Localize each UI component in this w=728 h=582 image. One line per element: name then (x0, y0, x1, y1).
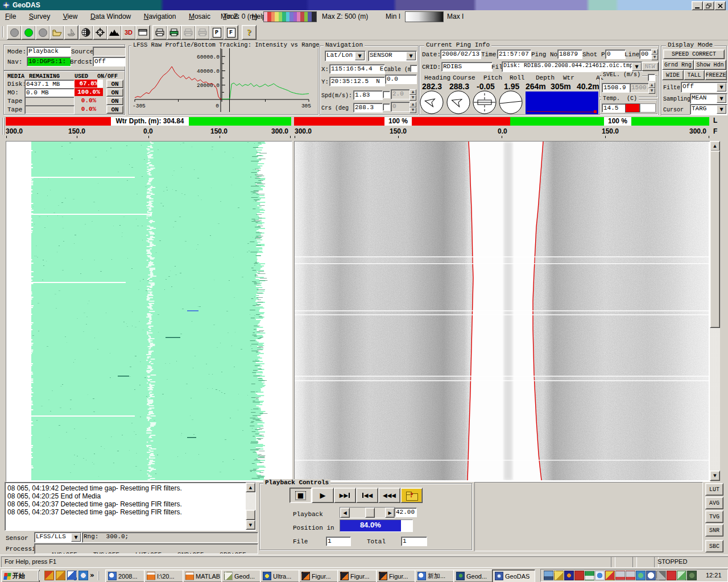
playback-speed-field[interactable]: 42.00 (394, 508, 417, 517)
file-combo[interactable]: Disk: RDIBS.00.2008.044.214612.oic.tmp▼ (502, 61, 643, 72)
chevron-down-icon[interactable]: ▼ (406, 52, 416, 60)
tray-icon[interactable] (585, 571, 594, 580)
show-hdn-button[interactable]: Show Hdn (694, 60, 726, 70)
scroll-down-button[interactable]: ▼ (710, 471, 720, 481)
tray-icon[interactable] (636, 571, 646, 580)
print-color-button[interactable] (167, 25, 181, 40)
taskbar-app-button[interactable]: Geod... (221, 569, 262, 582)
disk-on-button[interactable]: ON (106, 80, 123, 88)
sampling-combo[interactable]: MEAN▼ (690, 93, 727, 104)
spin-down-icon[interactable]: ▼ (648, 88, 655, 94)
taskbar-app-button[interactable]: Figur... (376, 569, 417, 582)
nav-source-combo[interactable]: SENSOR▼ (368, 51, 417, 61)
start-button[interactable]: 开始 (1, 569, 40, 582)
window-layout-button[interactable] (135, 25, 150, 40)
skip-back-button[interactable]: ◀◀ (356, 488, 378, 503)
svel-spinner[interactable]: ▲▼ (648, 82, 655, 94)
tray-icon[interactable] (554, 571, 564, 580)
lut-button[interactable]: LUT (705, 483, 723, 496)
three-d-view-button[interactable]: 3D (121, 25, 136, 40)
quicklaunch-icon[interactable] (44, 571, 54, 580)
y-coordinate-field[interactable]: 20:35:12.5 N (329, 77, 385, 86)
spin-up-icon[interactable]: ▲ (410, 89, 416, 95)
svel-field[interactable]: 1508.9 (602, 83, 630, 93)
brdcst-field[interactable]: Off (93, 57, 126, 66)
filter-combo[interactable]: Off▼ (681, 82, 727, 93)
nav-source-field[interactable]: 10:DGPS:1: (27, 57, 71, 66)
coord-format-combo[interactable]: Lat/Lon▼ (325, 51, 366, 61)
tvg-button[interactable]: TVG (705, 510, 723, 523)
quicklaunch-overflow-chevron[interactable]: » (90, 571, 94, 579)
playback-speed-slider[interactable]: ◀ ▶ (340, 507, 395, 518)
taskbar-app-button[interactable]: Figur... (337, 569, 378, 582)
quicklaunch-icon[interactable] (67, 571, 77, 580)
survey-vessel-button[interactable] (64, 25, 78, 40)
menu-navigation[interactable]: Navigation (139, 10, 181, 20)
toolbar-grip[interactable] (1, 26, 4, 38)
record-button[interactable] (7, 25, 22, 40)
subbottom-waterfall-display[interactable] (6, 141, 292, 482)
spin-down-icon[interactable]: ▼ (410, 95, 416, 101)
message-log[interactable]: 08 065, 04:19:42 Detected time gap- Rese… (5, 482, 256, 531)
menu-survey[interactable]: Survey (24, 10, 55, 20)
quicklaunch-icon[interactable] (78, 571, 88, 580)
course-field[interactable]: 288.3 (353, 103, 383, 113)
menu-file[interactable]: File (0, 10, 21, 20)
chevron-down-icon[interactable]: ▼ (717, 105, 726, 114)
sidescan-waterfall-display[interactable] (294, 141, 710, 482)
taskbar-app-button[interactable]: Figur... (299, 569, 340, 582)
scroll-down-button[interactable]: ▼ (246, 520, 255, 530)
tray-icon[interactable] (626, 571, 635, 580)
stop-playback-button[interactable]: ■ (289, 488, 312, 503)
x-coordinate-field[interactable]: 115:16:54.4 E (329, 64, 385, 74)
tray-icon[interactable] (615, 571, 625, 580)
tray-icon[interactable] (595, 571, 605, 580)
tray-icon[interactable] (646, 571, 656, 580)
taskbar-app-button[interactable]: Ultra... (260, 569, 301, 582)
tape0-on-button[interactable]: ON (106, 97, 123, 105)
taskbar-app-button[interactable]: Geod... (453, 569, 494, 582)
cable-checkbox[interactable] (410, 65, 417, 72)
new-file-button[interactable]: NEW (642, 62, 659, 71)
freeze-button[interactable]: FREEZE (705, 70, 727, 80)
tray-icon[interactable] (564, 571, 574, 580)
tray-icon[interactable] (544, 571, 553, 580)
terrain-view-button[interactable] (107, 25, 122, 40)
line-spinner[interactable]: ▲▼ (651, 49, 658, 60)
taskbar-app-button[interactable]: 2008... (105, 569, 146, 582)
scroll-up-button[interactable]: ▲ (246, 483, 255, 492)
chevron-down-icon[interactable]: ▼ (355, 52, 365, 60)
chevron-down-icon[interactable]: ▼ (71, 533, 81, 542)
close-button[interactable] (714, 1, 726, 10)
tray-icon[interactable] (574, 571, 584, 580)
stop-data-button[interactable] (35, 25, 50, 40)
rewind-button[interactable]: ◀◀◀ (378, 488, 400, 503)
total-files-field[interactable]: 1 (401, 537, 427, 546)
print-setup-button[interactable] (195, 25, 210, 40)
open-file-button[interactable] (49, 25, 64, 40)
chevron-down-icon[interactable]: ▼ (632, 63, 642, 71)
slider-thumb[interactable] (365, 508, 375, 518)
open-playback-file-button[interactable]: ? (400, 488, 423, 503)
taskbar-app-button[interactable]: 新加... (415, 569, 456, 582)
target-cursor-button[interactable] (93, 25, 107, 40)
tray-icon[interactable] (656, 571, 666, 580)
scroll-up-button[interactable]: ▲ (710, 141, 720, 151)
sbc-button[interactable]: SBC (705, 540, 723, 552)
print-preview-button[interactable] (181, 25, 196, 40)
avg-button[interactable]: AVG (705, 497, 723, 509)
spin-down-icon[interactable]: ▼ (410, 107, 416, 113)
tray-icon[interactable] (677, 571, 686, 580)
play-button[interactable]: ▶ (312, 488, 334, 503)
tray-icon[interactable] (687, 571, 697, 580)
file-window-button[interactable]: F (224, 25, 238, 40)
spin-down-icon[interactable]: ▼ (651, 55, 658, 60)
profile-window-button[interactable]: P (209, 25, 224, 40)
grnd-rng-button[interactable]: Grnd Rng (662, 60, 694, 70)
file-number-field[interactable]: 1 (326, 537, 351, 546)
waterfall-scrollbar[interactable]: ▲ ▼ (710, 141, 720, 481)
taskbar-app-button[interactable]: MATLAB (183, 569, 224, 582)
quicklaunch-icon[interactable] (56, 571, 65, 580)
snr-button[interactable]: SNR (705, 524, 723, 537)
chevron-down-icon[interactable]: ▼ (717, 94, 726, 103)
